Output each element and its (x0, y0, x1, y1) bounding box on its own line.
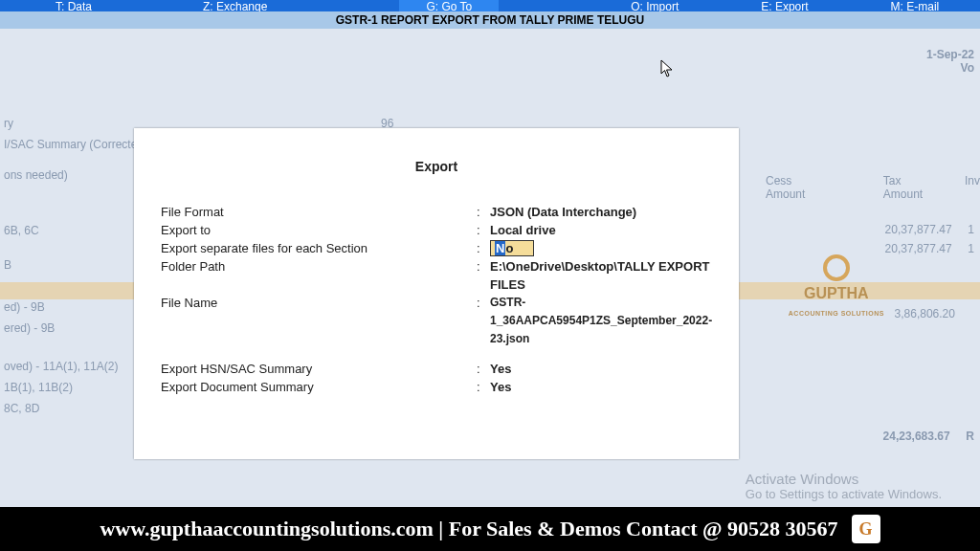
logo-icon (823, 254, 850, 281)
export-dialog: Export File Format : JSON (Data Intercha… (134, 128, 739, 459)
brand-logo: GUPTHA ACCOUNTING SOLUTIONS (789, 254, 884, 320)
colon: : (477, 378, 490, 396)
colon: : (477, 294, 490, 348)
value-hsn[interactable]: Yes (490, 360, 712, 378)
footer-badge-icon: G (852, 515, 880, 543)
left-line: ered) - 9B (0, 318, 153, 339)
row-hsn-summary: Export HSN/SAC Summary : Yes (161, 360, 712, 378)
colon: : (477, 203, 490, 221)
left-line: B (0, 254, 153, 276)
activate-line1: Activate Windows (746, 471, 942, 487)
col-tax: Tax Amount (883, 174, 936, 201)
colon: : (477, 257, 490, 294)
row-export-to: Export to : Local drive (161, 221, 712, 239)
label: Export Document Summary (161, 378, 477, 396)
footer-banner: www.gupthaaccountingsolutions.com | For … (0, 507, 980, 551)
row-folder-path: Folder Path : E:\OneDrive\Desktop\TALLY … (161, 257, 712, 294)
label: File Format (161, 203, 477, 221)
voucher-label: Vo (926, 61, 974, 75)
amount-total: 24,23,683.67 R (883, 427, 974, 446)
col-cess: Cess Amount (766, 174, 826, 201)
left-line: ons needed) (0, 165, 153, 186)
label: Export separate files for each Section (161, 239, 477, 257)
amount-row: 20,37,877.47 1 (883, 239, 974, 258)
row-file-name: File Name : GSTR-1_36AAPCA5954P1ZS_Septe… (161, 294, 712, 348)
left-line: 8C, 8D (0, 398, 153, 419)
value-export-to[interactable]: Local drive (490, 221, 712, 239)
date-value: 1-Sep-22 (926, 48, 974, 61)
value-file-format[interactable]: JSON (Data Interchange) (490, 203, 712, 221)
activate-windows: Activate Windows Go to Settings to activ… (746, 471, 942, 501)
value-folder-path[interactable]: E:\OneDrive\Desktop\TALLY EXPORT FILES (490, 257, 712, 294)
value-doc[interactable]: Yes (490, 378, 712, 396)
colon: : (477, 360, 490, 378)
column-headers: Cess Amount Tax Amount Inv (766, 174, 980, 201)
colon: : (477, 221, 490, 239)
left-line: I/SAC Summary (Correcte (0, 134, 153, 155)
left-column: ry I/SAC Summary (Correcte ons needed) 6… (0, 113, 153, 419)
label: Export HSN/SAC Summary (161, 360, 477, 378)
col-inv: Inv (965, 174, 980, 201)
left-line: ed) - 9B (0, 297, 153, 318)
left-line: 6B, 6C (0, 220, 153, 241)
label: Export to (161, 221, 477, 239)
row-separate-files: Export separate files for each Section :… (161, 239, 712, 257)
label: Folder Path (161, 257, 477, 294)
value-file-name[interactable]: GSTR-1_36AAPCA5954P1ZS_September_2022-23… (490, 294, 712, 348)
label: File Name (161, 294, 477, 348)
amount-row: 20,37,877.47 1 (883, 220, 974, 239)
left-line: ry (0, 113, 153, 134)
separate-files-input[interactable]: No (490, 240, 534, 256)
amounts-column: 20,37,877.47 1 20,37,877.47 1 3,86,806.2… (883, 220, 974, 446)
row-file-format: File Format : JSON (Data Interchange) (161, 203, 712, 221)
value-separate-files[interactable]: No (490, 239, 712, 257)
activate-line2: Go to Settings to activate Windows. (746, 487, 942, 501)
period-date: 1-Sep-22 Vo (926, 48, 974, 75)
footer-text: www.gupthaaccountingsolutions.com | For … (100, 517, 837, 541)
amount-row: 3,86,806.20 (883, 304, 974, 323)
top-menu: T: Data Z: Exchange G: Go To O: Import E… (0, 0, 980, 11)
left-line: oved) - 11A(1), 11A(2) (0, 356, 153, 377)
colon: : (477, 239, 490, 257)
row-doc-summary: Export Document Summary : Yes (161, 378, 712, 396)
page-title: GSTR-1 REPORT EXPORT FROM TALLY PRIME TE… (0, 11, 980, 29)
dialog-title: Export (134, 128, 739, 203)
left-line: 1B(1), 11B(2) (0, 377, 153, 398)
